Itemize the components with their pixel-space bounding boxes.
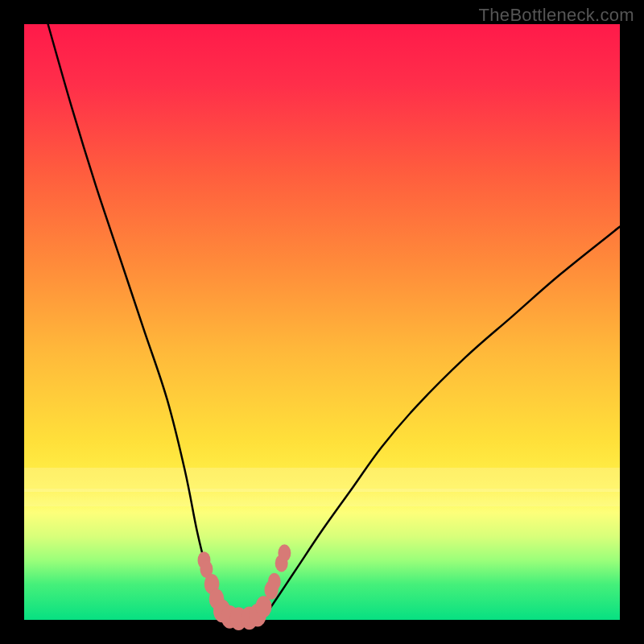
marker-13 (278, 544, 291, 562)
markers-group (197, 544, 291, 630)
curve-left-branch (48, 24, 227, 620)
marker-9 (255, 596, 271, 617)
attribution-text: TheBottleneck.com (479, 5, 634, 26)
chart-frame: TheBottleneck.com (0, 0, 644, 644)
curve-overlay (24, 24, 620, 620)
curve-group (48, 24, 620, 620)
marker-11 (268, 573, 281, 591)
curve-right-branch (262, 227, 620, 620)
plot-area (24, 24, 620, 620)
